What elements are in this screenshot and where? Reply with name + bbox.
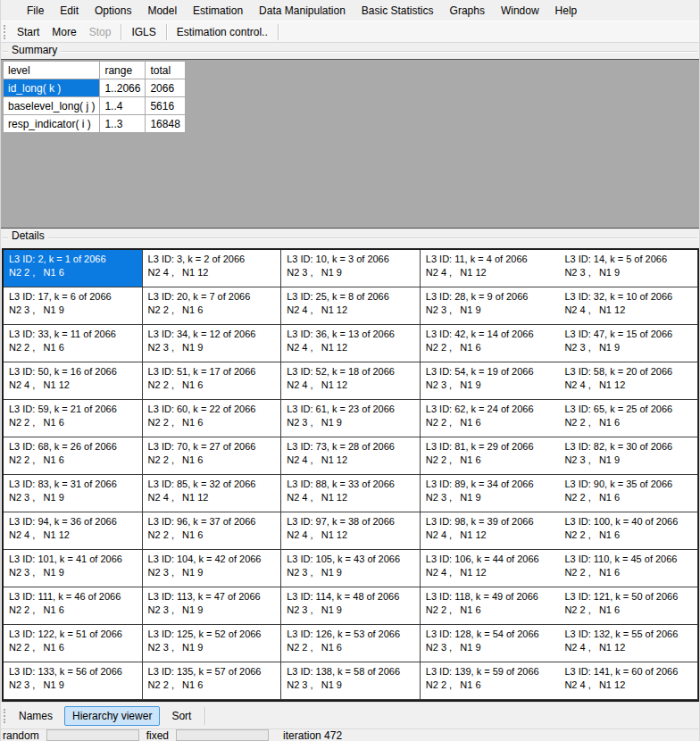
hierarchy-cell[interactable]: L3 ID: 101, k = 41 of 2066 N2 3 , N1 9 (4, 550, 143, 587)
menu-item[interactable]: Basic Statistics (354, 2, 442, 20)
hierarchy-cell[interactable]: L3 ID: 105, k = 43 of 2066 N2 3 , N1 9 (281, 550, 421, 587)
hierarchy-cell[interactable]: L3 ID: 47, k = 15 of 2066 N2 3 , N1 9 (559, 325, 698, 362)
hierarchy-cell[interactable]: L3 ID: 100, k = 40 of 2066 N2 2 , N1 6 (559, 512, 698, 550)
hierarchy-cell-id: L3 ID: 33, k = 11 of 2066 (9, 328, 140, 341)
hierarchy-cell[interactable]: L3 ID: 88, k = 33 of 2066 N2 4 , N1 12 (281, 475, 421, 512)
hierarchy-cell[interactable]: L3 ID: 113, k = 47 of 2066 N2 3 , N1 9 (143, 587, 282, 625)
menu-item[interactable]: File (19, 2, 52, 20)
menu-item[interactable]: Options (87, 2, 139, 20)
hierarchy-cell-counts: N2 2 , N1 6 (564, 529, 696, 542)
hierarchy-cell[interactable]: L3 ID: 51, k = 17 of 2066 N2 2 , N1 6 (143, 362, 282, 400)
hierarchy-cell[interactable]: L3 ID: 135, k = 57 of 2066 N2 2 , N1 6 (143, 662, 282, 700)
hierarchy-cell[interactable]: L3 ID: 96, k = 37 of 2066 N2 2 , N1 6 (143, 512, 282, 550)
summary-level-row[interactable]: baselevel_long( j ) 1..4 5616 (4, 97, 186, 115)
hierarchy-cell-counts: N2 2 , N1 6 (148, 304, 279, 317)
hierarchy-cell[interactable]: L3 ID: 33, k = 11 of 2066 N2 2 , N1 6 (4, 325, 143, 362)
hierarchy-cell[interactable]: L3 ID: 89, k = 34 of 2066 N2 3 , N1 9 (421, 475, 560, 512)
groupbox-line (3, 51, 697, 52)
hierarchy-cell[interactable]: L3 ID: 141, k = 60 of 2066 N2 4 , N1 12 (559, 662, 698, 700)
hierarchy-cell[interactable]: L3 ID: 126, k = 53 of 2066 N2 2 , N1 6 (281, 625, 421, 662)
toolbar-button[interactable]: More (46, 23, 82, 41)
summary-level-name[interactable]: resp_indicator( i ) (4, 115, 100, 133)
hierarchy-cell[interactable]: L3 ID: 125, k = 52 of 2066 N2 3 , N1 9 (143, 625, 282, 662)
hierarchy-cell[interactable]: L3 ID: 98, k = 39 of 2066 N2 4 , N1 12 (421, 512, 560, 550)
hierarchy-cell[interactable]: L3 ID: 90, k = 35 of 2066 N2 2 , N1 6 (559, 475, 698, 512)
hierarchy-cell[interactable]: L3 ID: 121, k = 50 of 2066 N2 2 , N1 6 (559, 587, 698, 625)
menu-item[interactable]: Graphs (442, 2, 493, 20)
summary-level-name[interactable]: id_long( k ) (4, 79, 100, 97)
hierarchy-cell[interactable]: L3 ID: 122, k = 51 of 2066 N2 2 , N1 6 (4, 625, 143, 662)
hierarchy-cell[interactable]: L3 ID: 11, k = 4 of 2066 N2 4 , N1 12 (421, 250, 560, 287)
hierarchy-cell[interactable]: L3 ID: 3, k = 2 of 2066 N2 4 , N1 12 (143, 250, 282, 287)
hierarchy-cell-counts: N2 2 , N1 6 (148, 416, 279, 429)
hierarchy-cell[interactable]: L3 ID: 28, k = 9 of 2066 N2 3 , N1 9 (421, 287, 560, 325)
hierarchy-cell[interactable]: L3 ID: 14, k = 5 of 2066 N2 3 , N1 9 (559, 250, 698, 287)
menu-item[interactable]: Estimation (185, 2, 251, 20)
hierarchy-cell[interactable]: L3 ID: 50, k = 16 of 2066 N2 4 , N1 12 (4, 362, 143, 400)
toolbar-button[interactable]: Stop (83, 23, 118, 41)
hierarchy-cell[interactable]: L3 ID: 138, k = 58 of 2066 N2 3 , N1 9 (281, 662, 421, 700)
hierarchy-cell[interactable]: L3 ID: 133, k = 56 of 2066 N2 3 , N1 9 (4, 662, 143, 700)
hierarchy-cell[interactable]: L3 ID: 10, k = 3 of 2066 N2 3 , N1 9 (281, 250, 421, 287)
hierarchy-cell[interactable]: L3 ID: 65, k = 25 of 2066 N2 2 , N1 6 (559, 400, 698, 437)
menu-item[interactable]: Edit (52, 2, 87, 20)
toolbar-grip[interactable] (4, 25, 8, 39)
hierarchy-cell[interactable]: L3 ID: 81, k = 29 of 2066 N2 2 , N1 6 (421, 437, 560, 475)
hierarchy-cell[interactable]: L3 ID: 82, k = 30 of 2066 N2 3 , N1 9 (559, 437, 698, 475)
toolbar-button[interactable]: IGLS (125, 23, 162, 41)
hierarchy-cell[interactable]: L3 ID: 106, k = 44 of 2066 N2 4 , N1 12 (421, 550, 560, 587)
hierarchy-cell[interactable]: L3 ID: 20, k = 7 of 2066 N2 2 , N1 6 (143, 287, 282, 325)
hierarchy-cell-counts: N2 3 , N1 9 (148, 566, 279, 579)
hierarchy-cell[interactable]: L3 ID: 94, k = 36 of 2066 N2 4 , N1 12 (4, 512, 143, 550)
hierarchy-cell[interactable]: L3 ID: 83, k = 31 of 2066 N2 3 , N1 9 (4, 475, 143, 512)
hierarchy-cell[interactable]: L3 ID: 128, k = 54 of 2066 N2 3 , N1 9 (421, 625, 560, 662)
hierarchy-cell[interactable]: L3 ID: 85, k = 32 of 2066 N2 4 , N1 12 (143, 475, 282, 512)
hierarchy-cell[interactable]: L3 ID: 2, k = 1 of 2066 N2 2 , N1 6 (4, 250, 143, 287)
hierarchy-cell[interactable]: L3 ID: 118, k = 49 of 2066 N2 2 , N1 6 (421, 587, 560, 625)
hierarchy-cell[interactable]: L3 ID: 114, k = 48 of 2066 N2 3 , N1 9 (281, 587, 421, 625)
menu-item[interactable]: Window (493, 2, 547, 20)
hierarchy-cell-counts: N2 2 , N1 6 (564, 416, 696, 429)
hierarchy-cell[interactable]: L3 ID: 42, k = 14 of 2066 N2 2 , N1 6 (421, 325, 560, 362)
menu-item[interactable]: Help (547, 2, 586, 20)
hierarchy-cell[interactable]: L3 ID: 62, k = 24 of 2066 N2 2 , N1 6 (421, 400, 560, 437)
hierarchy-cell[interactable]: L3 ID: 36, k = 13 of 2066 N2 4 , N1 12 (281, 325, 421, 362)
hierarchy-cell[interactable]: L3 ID: 58, k = 20 of 2066 N2 4 , N1 12 (559, 362, 698, 400)
view-tab[interactable]: Sort (163, 706, 199, 726)
toolbar-separator (166, 24, 167, 40)
menu-item[interactable]: Data Manipulation (251, 2, 354, 20)
hierarchy-cell[interactable]: L3 ID: 68, k = 26 of 2066 N2 2 , N1 6 (4, 437, 143, 475)
hierarchy-cell[interactable]: L3 ID: 25, k = 8 of 2066 N2 4 , N1 12 (281, 287, 421, 325)
hierarchy-cell-counts: N2 4 , N1 12 (148, 491, 279, 504)
hierarchy-cell[interactable]: L3 ID: 139, k = 59 of 2066 N2 2 , N1 6 (421, 662, 560, 700)
summary-level-name[interactable]: baselevel_long( j ) (4, 97, 100, 115)
summary-group-label: Summary (8, 44, 61, 56)
view-tab[interactable]: Hierarchy viewer (64, 706, 160, 726)
hierarchy-cell[interactable]: L3 ID: 60, k = 22 of 2066 N2 2 , N1 6 (143, 400, 282, 437)
hierarchy-cell[interactable]: L3 ID: 59, k = 21 of 2066 N2 2 , N1 6 (4, 400, 143, 437)
hierarchy-cell-counts: N2 4 , N1 12 (426, 266, 558, 279)
hierarchy-cell-counts: N2 4 , N1 12 (564, 679, 696, 692)
hierarchy-cell[interactable]: L3 ID: 97, k = 38 of 2066 N2 4 , N1 12 (281, 512, 421, 550)
toolbar-grip[interactable] (4, 709, 8, 723)
hierarchy-cell[interactable]: L3 ID: 132, k = 55 of 2066 N2 4 , N1 12 (559, 625, 698, 662)
view-tab[interactable]: Names (11, 706, 61, 726)
hierarchy-cell[interactable]: L3 ID: 54, k = 19 of 2066 N2 3 , N1 9 (421, 362, 560, 400)
toolbar-button[interactable]: Start (11, 23, 46, 41)
hierarchy-cell[interactable]: L3 ID: 111, k = 46 of 2066 N2 2 , N1 6 (4, 587, 143, 625)
hierarchy-cell[interactable]: L3 ID: 73, k = 28 of 2066 N2 4 , N1 12 (281, 437, 421, 475)
hierarchy-cell[interactable]: L3 ID: 32, k = 10 of 2066 N2 4 , N1 12 (559, 287, 698, 325)
hierarchy-cell[interactable]: L3 ID: 52, k = 18 of 2066 N2 4 , N1 12 (281, 362, 421, 400)
hierarchy-cell[interactable]: L3 ID: 17, k = 6 of 2066 N2 3 , N1 9 (4, 287, 143, 325)
toolbar-button[interactable]: Estimation control.. (171, 23, 274, 41)
summary-level-row[interactable]: id_long( k ) 1..2066 2066 (4, 79, 186, 97)
hierarchy-cell-id: L3 ID: 59, k = 21 of 2066 (9, 403, 140, 416)
hierarchy-cell[interactable]: L3 ID: 61, k = 23 of 2066 N2 3 , N1 9 (281, 400, 421, 437)
menu-item[interactable]: Model (139, 2, 185, 20)
hierarchy-cell[interactable]: L3 ID: 110, k = 45 of 2066 N2 2 , N1 6 (559, 550, 698, 587)
hierarchy-cell[interactable]: L3 ID: 104, k = 42 of 2066 N2 3 , N1 9 (143, 550, 282, 587)
summary-level-row[interactable]: resp_indicator( i ) 1..3 16848 (4, 115, 186, 133)
hierarchy-cell[interactable]: L3 ID: 34, k = 12 of 2066 N2 3 , N1 9 (143, 325, 282, 362)
hierarchy-cell[interactable]: L3 ID: 70, k = 27 of 2066 N2 2 , N1 6 (143, 437, 282, 475)
hierarchy-cell-counts: N2 2 , N1 6 (9, 604, 140, 617)
